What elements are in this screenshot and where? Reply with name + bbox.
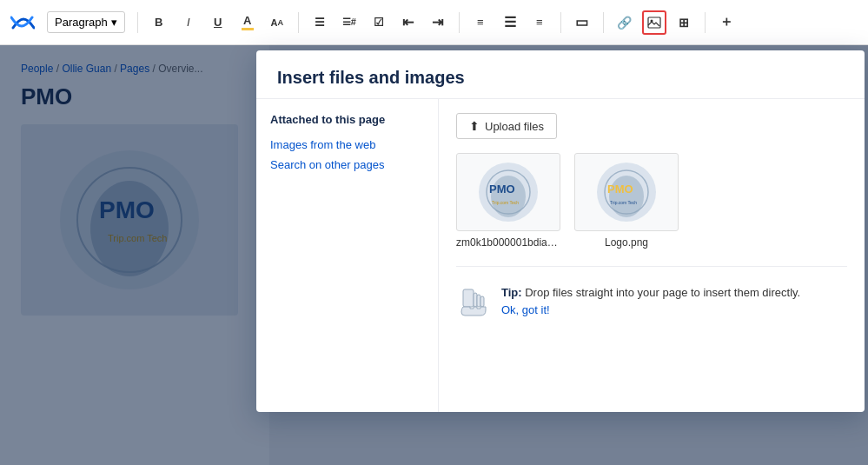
image-thumbnail: PMO Trip.com Tech — [456, 153, 560, 231]
modal-main-content: ⬆ Upload files PMO Trip.com Tech — [439, 99, 865, 412]
toolbar-divider-1 — [137, 12, 138, 33]
svg-text:PMO: PMO — [607, 183, 633, 196]
tip-section: Tip: Drop files straight into your page … — [456, 277, 847, 326]
image-item[interactable]: PMO Trip.com Tech zm0k1b000001bdiafBDC..… — [456, 153, 560, 249]
panel-button[interactable]: ▭ — [570, 10, 594, 35]
svg-rect-20 — [480, 296, 484, 307]
toolbar: Paragraph ▾ B I U A AA ☰ ☰# ☑ ⇤ ⇥ ≡ ☰ ≡ … — [0, 0, 868, 45]
text-color-button[interactable]: A — [235, 10, 260, 35]
svg-rect-17 — [463, 289, 474, 307]
link-button[interactable]: 🔗 — [613, 10, 637, 35]
align-left-button[interactable]: ≡ — [468, 10, 493, 35]
search-other-pages-link[interactable]: Search on other pages — [270, 155, 424, 175]
insert-files-modal: Insert files and images Attached to this… — [256, 50, 865, 412]
images-from-web-link[interactable]: Images from the web — [270, 135, 424, 155]
tip-bold-label: Tip: — [501, 286, 522, 299]
svg-rect-18 — [474, 293, 477, 307]
modal-sidebar: Attached to this page Images from the we… — [256, 99, 439, 412]
toolbar-divider-6 — [705, 12, 706, 33]
image-filename: zm0k1b000001bdiafBDC... — [456, 236, 560, 249]
toolbar-divider-5 — [603, 12, 604, 33]
font-size-button[interactable]: AA — [265, 10, 289, 35]
underline-button[interactable]: U — [206, 10, 230, 35]
toolbar-divider-2 — [298, 12, 299, 33]
table-button[interactable]: ⊞ — [672, 10, 696, 35]
bullet-list-button[interactable]: ☰ — [308, 10, 332, 35]
toolbar-divider-4 — [560, 12, 561, 33]
bold-button[interactable]: B — [147, 10, 171, 35]
modal-body: Attached to this page Images from the we… — [256, 99, 865, 412]
svg-text:Trip.com Tech: Trip.com Tech — [492, 200, 519, 205]
indent-button[interactable]: ⇥ — [426, 10, 450, 35]
ok-got-it-link[interactable]: Ok, got it! — [501, 302, 800, 319]
svg-text:PMO: PMO — [489, 183, 515, 196]
toolbar-divider-3 — [459, 12, 460, 33]
italic-button[interactable]: I — [176, 10, 201, 35]
image-icon — [647, 16, 661, 30]
tip-hand-icon — [456, 284, 491, 319]
checkbox-button[interactable]: ☑ — [367, 10, 391, 35]
outdent-button[interactable]: ⇤ — [396, 10, 421, 35]
separator — [456, 266, 847, 267]
image-filename: Logo.png — [605, 236, 648, 249]
attached-to-page-label: Attached to this page — [270, 113, 424, 126]
align-center-button[interactable]: ☰ — [498, 10, 522, 35]
more-button[interactable]: ＋ — [714, 10, 739, 35]
paragraph-dropdown[interactable]: Paragraph ▾ — [47, 11, 125, 33]
images-grid: PMO Trip.com Tech zm0k1b000001bdiafBDC..… — [456, 153, 847, 249]
image-item[interactable]: PMO Trip.com Tech Logo.png — [574, 153, 679, 249]
upload-icon: ⬆ — [469, 119, 480, 133]
modal-title: Insert files and images — [256, 50, 865, 99]
image-thumbnail: PMO Trip.com Tech — [574, 153, 679, 231]
confluence-logo — [10, 10, 35, 35]
upload-files-button[interactable]: ⬆ Upload files — [456, 113, 557, 139]
numbered-list-button[interactable]: ☰# — [337, 10, 361, 35]
svg-rect-19 — [477, 295, 480, 307]
svg-text:Trip.com Tech: Trip.com Tech — [610, 200, 637, 205]
svg-rect-0 — [648, 17, 660, 28]
align-right-button[interactable]: ≡ — [527, 10, 552, 35]
tip-text-content: Tip: Drop files straight into your page … — [501, 284, 800, 318]
image-insert-button[interactable] — [642, 10, 666, 35]
